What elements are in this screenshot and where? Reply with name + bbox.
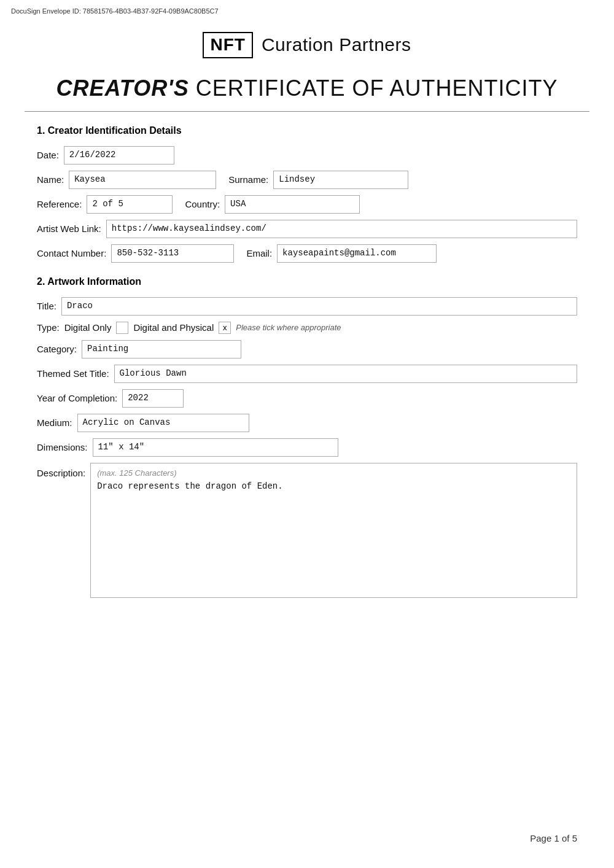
surname-label: Surname:: [228, 174, 268, 185]
country-label: Country:: [185, 199, 220, 209]
reference-field[interactable]: 2 of 5: [87, 195, 173, 214]
cert-title-rest: CERTIFICATE OF AUTHENTICITY: [189, 76, 558, 101]
date-field[interactable]: 2/16/2022: [64, 146, 174, 165]
year-field[interactable]: 2022: [122, 389, 184, 408]
contact-row: Contact Number: 850-532-3113 Email: kays…: [37, 244, 577, 263]
email-field[interactable]: kayseapaints@gmail.com: [277, 244, 437, 263]
weblink-field[interactable]: https://www.kaysealindsey.com/: [106, 220, 577, 238]
country-half: Country: USA: [185, 195, 360, 214]
page-number: Page 1 of 5: [530, 833, 577, 843]
page: DocuSign Envelope ID: 78581576-4B03-4B37…: [0, 0, 614, 868]
artwork-title-field[interactable]: Draco: [61, 297, 577, 316]
description-row: Description: (max. 125 Characters) Draco…: [37, 463, 577, 598]
reference-half: Reference: 2 of 5: [37, 195, 173, 214]
section2-heading: 2. Artwork Information: [37, 276, 577, 287]
type-label: Type:: [37, 322, 60, 333]
artwork-title-row: Title: Draco: [37, 297, 577, 316]
cert-title-bold: CREATOR'S: [56, 76, 189, 101]
themed-row: Themed Set Title: Glorious Dawn: [37, 365, 577, 383]
description-placeholder: (max. 125 Characters): [97, 468, 570, 478]
phone-field[interactable]: 850-532-3113: [111, 244, 234, 263]
docusign-envelope-id: DocuSign Envelope ID: 78581576-4B03-4B37…: [0, 0, 614, 15]
medium-row: Medium: Acrylic on Canvas: [37, 414, 577, 432]
weblink-label: Artist Web Link:: [37, 223, 101, 234]
name-field[interactable]: Kaysea: [69, 171, 216, 189]
themed-label: Themed Set Title:: [37, 368, 109, 379]
year-row: Year of Completion: 2022: [37, 389, 577, 408]
dimensions-field[interactable]: 11″ x 14″: [93, 438, 338, 457]
themed-field[interactable]: Glorious Dawn: [114, 365, 577, 383]
certificate-title: CREATOR'S CERTIFICATE OF AUTHENTICITY: [0, 64, 614, 105]
type-row: Type: Digital Only Digital and Physical …: [37, 322, 577, 334]
logo-area: NFT Curation Partners: [0, 15, 614, 64]
description-label: Description:: [37, 468, 85, 478]
weblink-row: Artist Web Link: https://www.kaysealinds…: [37, 220, 577, 238]
medium-field[interactable]: Acrylic on Canvas: [77, 414, 249, 432]
type-digital-physical-label: Digital and Physical: [133, 322, 214, 333]
content-area: 1. Creator Identification Details Date: …: [0, 125, 614, 598]
surname-half: Surname: Lindsey: [228, 171, 408, 189]
category-row: Category: Painting: [37, 340, 577, 358]
medium-label: Medium:: [37, 417, 72, 428]
category-field[interactable]: Painting: [82, 340, 241, 358]
dimensions-label: Dimensions:: [37, 442, 88, 452]
email-label: Email:: [246, 248, 272, 258]
surname-field[interactable]: Lindsey: [273, 171, 408, 189]
reference-row: Reference: 2 of 5 Country: USA: [37, 195, 577, 214]
digital-physical-checkbox[interactable]: x: [219, 322, 231, 334]
artwork-title-label: Title:: [37, 301, 56, 311]
type-tick-hint: Please tick where appropriate: [236, 323, 341, 332]
country-field[interactable]: USA: [225, 195, 360, 214]
description-field[interactable]: (max. 125 Characters) Draco represents t…: [90, 463, 577, 598]
description-text: Draco represents the dragon of Eden.: [97, 481, 570, 491]
reference-label: Reference:: [37, 199, 82, 209]
name-half: Name: Kaysea: [37, 171, 216, 189]
section1-heading: 1. Creator Identification Details: [37, 125, 577, 136]
digital-only-checkbox[interactable]: [116, 322, 128, 334]
dimensions-row: Dimensions: 11″ x 14″: [37, 438, 577, 457]
date-label: Date:: [37, 150, 59, 160]
name-row: Name: Kaysea Surname: Lindsey: [37, 171, 577, 189]
phone-label: Contact Number:: [37, 248, 106, 258]
nft-logo-box: NFT: [203, 32, 252, 58]
year-label: Year of Completion:: [37, 393, 117, 403]
phone-half: Contact Number: 850-532-3113: [37, 244, 234, 263]
type-digital-only-label: Digital Only: [64, 322, 112, 333]
category-label: Category:: [37, 344, 77, 354]
name-label: Name:: [37, 174, 64, 185]
title-divider: [25, 111, 589, 112]
date-row: Date: 2/16/2022: [37, 146, 577, 165]
email-half: Email: kayseapaints@gmail.com: [246, 244, 437, 263]
company-name: Curation Partners: [262, 34, 411, 55]
